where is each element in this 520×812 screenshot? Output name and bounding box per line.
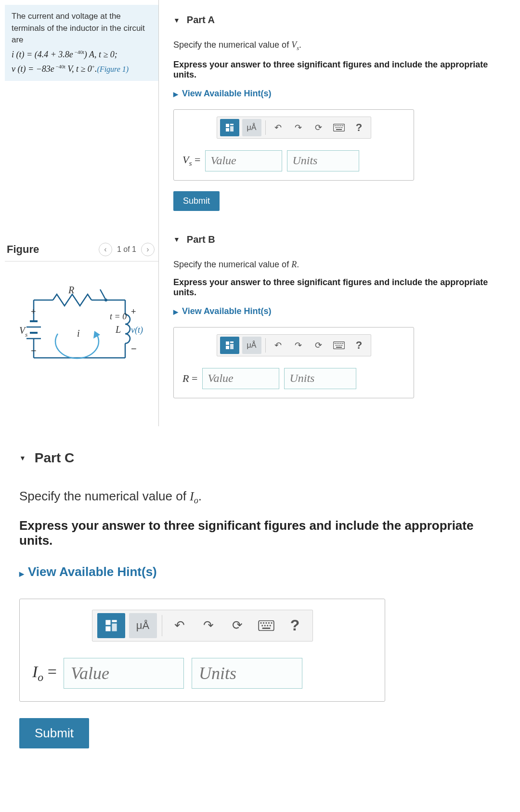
svg-rect-37 — [335, 343, 336, 344]
help-button[interactable]: ? — [351, 119, 368, 136]
answer-toolbar: μÅ ↶ ↷ ⟳ ? — [92, 610, 313, 642]
part-b-hints-toggle[interactable]: ▶View Available Hint(s) — [173, 306, 510, 316]
svg-rect-27 — [336, 127, 337, 128]
undo-button[interactable]: ↶ — [270, 119, 287, 136]
svg-rect-46 — [336, 347, 342, 348]
part-a-spec: Specify the numerical value of Vs. — [173, 40, 510, 52]
redo-button[interactable]: ↷ — [196, 613, 221, 638]
svg-rect-49 — [112, 623, 117, 631]
keyboard-button[interactable] — [254, 613, 279, 638]
caret-right-icon: ▶ — [19, 570, 24, 577]
svg-rect-60 — [269, 625, 271, 626]
part-c-value-input[interactable] — [64, 658, 184, 689]
undo-button[interactable]: ↶ — [167, 613, 192, 638]
svg-rect-36 — [333, 341, 344, 349]
part-b-spec: Specify the numerical value of R. — [173, 260, 510, 270]
caret-down-icon: ▼ — [19, 454, 26, 462]
svg-rect-28 — [338, 127, 338, 128]
part-c-var-label: Io = — [32, 663, 57, 684]
units-symbol-button[interactable]: μÅ — [242, 337, 261, 354]
figure-page-label: 1 of 1 — [117, 245, 136, 254]
undo-button[interactable]: ↶ — [270, 337, 287, 354]
svg-rect-35 — [226, 346, 229, 349]
templates-button[interactable] — [97, 613, 125, 638]
units-symbol-button[interactable]: μÅ — [129, 613, 157, 638]
svg-rect-58 — [264, 625, 265, 626]
part-c-header[interactable]: ▼ Part C — [19, 450, 506, 466]
svg-rect-19 — [230, 126, 234, 131]
svg-rect-56 — [271, 622, 272, 624]
redo-button[interactable]: ↷ — [290, 119, 307, 136]
svg-rect-51 — [259, 620, 274, 630]
part-a-submit-button[interactable]: Submit — [173, 191, 220, 211]
svg-rect-42 — [336, 345, 337, 346]
help-button[interactable]: ? — [351, 337, 368, 354]
part-b-units-input[interactable] — [284, 368, 356, 389]
figure-title: Figure — [7, 243, 39, 256]
svg-rect-54 — [265, 622, 267, 624]
svg-text:Vs: Vs — [19, 325, 27, 338]
part-c-units-input[interactable] — [192, 658, 302, 689]
equation-v: v (t) = −83e −40t V, t ≥ 0+.(Figure 1) — [12, 63, 152, 75]
part-b-header[interactable]: ▼ Part B — [173, 234, 510, 245]
svg-rect-59 — [267, 625, 268, 626]
svg-rect-57 — [261, 625, 263, 626]
caret-down-icon: ▼ — [173, 16, 180, 24]
part-a: ▼ Part A Specify the numerical value of … — [173, 14, 510, 211]
caret-right-icon: ▶ — [173, 91, 178, 98]
templates-button[interactable] — [220, 119, 239, 136]
part-a-value-input[interactable] — [205, 150, 282, 171]
problem-statement: The current and voltage at the terminals… — [5, 5, 158, 81]
svg-rect-21 — [333, 124, 344, 131]
part-c-submit-button[interactable]: Submit — [19, 718, 89, 748]
caret-right-icon: ▶ — [173, 308, 178, 315]
help-button[interactable]: ? — [283, 613, 308, 638]
svg-text:+: + — [131, 307, 136, 316]
svg-text:+: + — [31, 307, 36, 316]
problem-intro: The current and voltage at the terminals… — [12, 11, 152, 46]
reset-button[interactable]: ⟳ — [310, 337, 327, 354]
answer-toolbar: μÅ ↶ ↷ ⟳ ? — [217, 334, 371, 356]
part-a-header[interactable]: ▼ Part A — [173, 14, 510, 26]
figure-prev-button[interactable]: ‹ — [99, 243, 112, 256]
svg-rect-22 — [335, 125, 336, 126]
part-b-var-label: R = — [182, 372, 197, 385]
svg-rect-61 — [262, 628, 270, 629]
redo-button[interactable]: ↷ — [290, 337, 307, 354]
units-symbol-button[interactable]: μÅ — [242, 119, 261, 136]
figure-link[interactable]: (Figure 1) — [97, 65, 129, 73]
svg-rect-41 — [342, 343, 343, 344]
svg-rect-43 — [338, 345, 338, 346]
templates-button[interactable] — [220, 337, 239, 354]
svg-rect-52 — [260, 622, 261, 624]
part-c-hints-toggle[interactable]: ▶View Available Hint(s) — [19, 564, 506, 579]
svg-rect-17 — [226, 124, 229, 127]
reset-button[interactable]: ⟳ — [225, 613, 250, 638]
svg-rect-47 — [105, 620, 110, 625]
keyboard-button[interactable] — [330, 337, 348, 354]
caret-down-icon: ▼ — [173, 236, 180, 243]
svg-rect-55 — [268, 622, 270, 624]
svg-rect-44 — [339, 345, 340, 346]
equation-i: i (t) = (4.4 + 3.8e −40t) A, t ≥ 0; — [12, 48, 152, 61]
svg-rect-31 — [336, 129, 342, 130]
figure-next-button[interactable]: › — [141, 243, 155, 256]
part-a-var-label: Vs = — [182, 154, 200, 168]
svg-rect-53 — [263, 622, 264, 624]
part-a-units-input[interactable] — [287, 150, 359, 171]
part-a-hints-toggle[interactable]: ▶View Available Hint(s) — [173, 89, 510, 99]
svg-rect-40 — [340, 343, 341, 344]
part-c-express: Express your answer to three significant… — [19, 518, 506, 548]
svg-rect-18 — [230, 124, 234, 125]
svg-text:i: i — [77, 328, 80, 339]
svg-text:R: R — [68, 285, 74, 295]
svg-rect-45 — [341, 345, 342, 346]
figure-pager: ‹ 1 of 1 › — [99, 243, 155, 256]
svg-rect-34 — [230, 344, 234, 349]
svg-rect-32 — [226, 341, 229, 345]
svg-rect-29 — [339, 127, 340, 128]
reset-button[interactable]: ⟳ — [310, 119, 327, 136]
part-b-value-input[interactable] — [202, 368, 279, 389]
svg-text:v(t): v(t) — [131, 325, 143, 335]
keyboard-button[interactable] — [330, 119, 348, 136]
